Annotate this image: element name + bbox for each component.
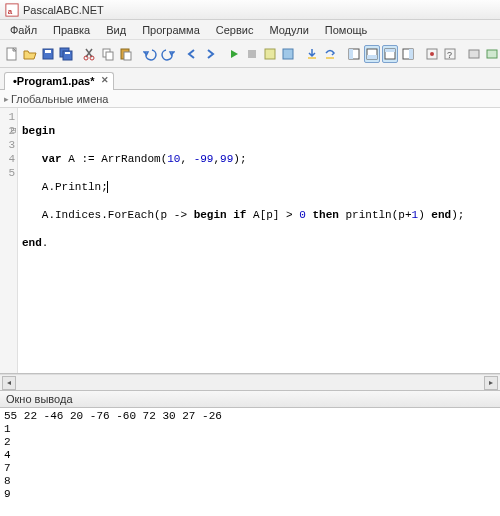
- menu-modules[interactable]: Модули: [263, 22, 314, 38]
- horizontal-scrollbar[interactable]: ◂ ▸: [0, 374, 500, 390]
- svg-rect-16: [283, 49, 293, 59]
- menu-view[interactable]: Вид: [100, 22, 132, 38]
- save-button[interactable]: [40, 45, 56, 63]
- svg-rect-31: [469, 50, 479, 58]
- extra2-button[interactable]: ?: [442, 45, 458, 63]
- line-number: 4: [0, 152, 15, 166]
- svg-rect-4: [45, 50, 51, 53]
- svg-rect-32: [487, 50, 497, 58]
- menu-edit[interactable]: Правка: [47, 22, 96, 38]
- svg-point-28: [430, 52, 434, 56]
- code-line: ⊟begin: [22, 124, 496, 138]
- tab-program1[interactable]: •Program1.pas* ✕: [4, 72, 114, 90]
- scope-label: Глобальные имена: [11, 93, 109, 105]
- app-icon: a: [5, 3, 19, 17]
- stop-button[interactable]: [244, 45, 260, 63]
- code-area[interactable]: ⊟begin var A := ArrRandom(10, -99,99); A…: [18, 108, 500, 373]
- menu-program[interactable]: Программа: [136, 22, 206, 38]
- panel1-button[interactable]: [346, 45, 362, 63]
- extra4-button[interactable]: [484, 45, 500, 63]
- code-line: end.: [22, 236, 496, 250]
- output-panel-body[interactable]: 55 22 -46 20 -76 -60 72 30 27 -26 1 2 4 …: [0, 408, 500, 516]
- extra1-button[interactable]: [424, 45, 440, 63]
- code-line: A.Println;: [22, 180, 496, 194]
- code-line: var A := ArrRandom(10, -99,99);: [22, 152, 496, 166]
- svg-rect-18: [326, 57, 334, 59]
- scroll-left-icon[interactable]: ◂: [2, 376, 16, 390]
- menu-file[interactable]: Файл: [4, 22, 43, 38]
- new-file-button[interactable]: [4, 45, 20, 63]
- extra3-button[interactable]: [466, 45, 482, 63]
- scope-bar[interactable]: ▸ Глобальные имена: [0, 90, 500, 108]
- panel3-button[interactable]: [382, 45, 398, 63]
- svg-rect-22: [367, 55, 377, 59]
- tab-close-icon[interactable]: ✕: [101, 75, 109, 85]
- output-title: Окно вывода: [6, 393, 73, 405]
- menu-service[interactable]: Сервис: [210, 22, 260, 38]
- compile-button[interactable]: [262, 45, 278, 63]
- toolbar: ?: [0, 40, 500, 68]
- panel2-button[interactable]: [364, 45, 380, 63]
- svg-rect-14: [248, 50, 256, 58]
- save-all-button[interactable]: [58, 45, 74, 63]
- line-gutter: 1 2 3 4 5: [0, 108, 18, 373]
- step-into-button[interactable]: [304, 45, 320, 63]
- svg-rect-11: [106, 52, 113, 60]
- tab-strip: •Program1.pas* ✕: [0, 68, 500, 90]
- paste-button[interactable]: [118, 45, 134, 63]
- svg-text:?: ?: [447, 50, 452, 60]
- output-panel-header[interactable]: Окно вывода: [0, 390, 500, 408]
- line-number: 5: [0, 166, 15, 180]
- tab-label: •Program1.pas*: [13, 75, 95, 87]
- app-title: PascalABC.NET: [23, 4, 104, 16]
- svg-rect-7: [65, 52, 70, 54]
- menu-help[interactable]: Помощь: [319, 22, 374, 38]
- nav-forward-button[interactable]: [202, 45, 218, 63]
- open-file-button[interactable]: [22, 45, 38, 63]
- line-number: 1: [0, 110, 15, 124]
- svg-rect-17: [308, 57, 316, 59]
- output-text: 55 22 -46 20 -76 -60 72 30 27 -26 1 2 4 …: [4, 410, 222, 500]
- svg-text:a: a: [8, 6, 13, 15]
- step-over-button[interactable]: [322, 45, 338, 63]
- build-button[interactable]: [280, 45, 296, 63]
- code-editor[interactable]: 1 2 3 4 5 ⊟begin var A := ArrRandom(10, …: [0, 108, 500, 374]
- nav-back-button[interactable]: [184, 45, 200, 63]
- text-caret: [107, 181, 108, 193]
- scroll-right-icon[interactable]: ▸: [484, 376, 498, 390]
- undo-button[interactable]: [142, 45, 158, 63]
- redo-button[interactable]: [160, 45, 176, 63]
- svg-rect-20: [349, 49, 353, 59]
- cut-button[interactable]: [82, 45, 98, 63]
- line-number: 3: [0, 138, 15, 152]
- svg-rect-26: [409, 49, 413, 59]
- menu-bar: Файл Правка Вид Программа Сервис Модули …: [0, 20, 500, 40]
- code-line: A.Indices.ForEach(p -> begin if A[p] > 0…: [22, 208, 496, 222]
- title-bar: a PascalABC.NET: [0, 0, 500, 20]
- scope-expand-icon[interactable]: ▸: [4, 94, 9, 104]
- copy-button[interactable]: [100, 45, 116, 63]
- fold-icon[interactable]: ⊟: [11, 124, 16, 138]
- panel4-button[interactable]: [400, 45, 416, 63]
- svg-rect-13: [124, 52, 131, 60]
- svg-rect-15: [265, 49, 275, 59]
- run-button[interactable]: [226, 45, 242, 63]
- svg-rect-24: [385, 49, 395, 52]
